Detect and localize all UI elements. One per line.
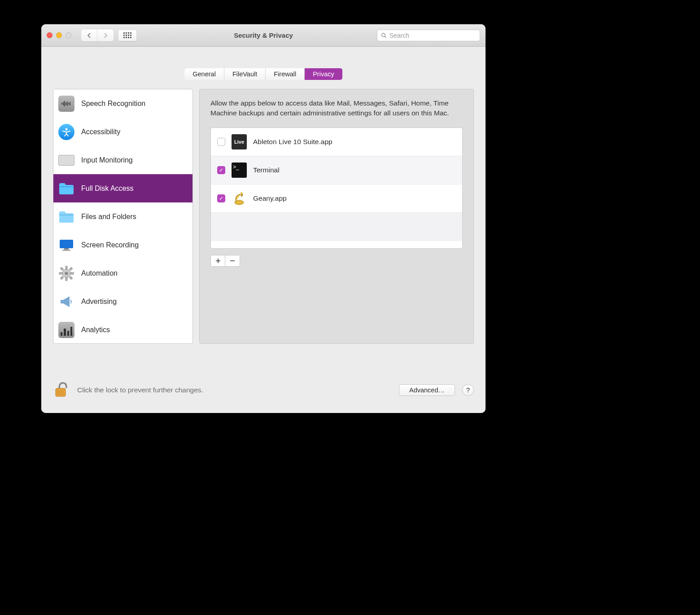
svg-rect-12 <box>60 240 73 248</box>
sidebar-item-screen-recording[interactable]: Screen Recording <box>53 231 192 259</box>
sidebar-item-input-monitoring[interactable]: Input Monitoring <box>53 146 192 174</box>
add-button[interactable] <box>211 255 225 266</box>
svg-rect-22 <box>60 276 63 279</box>
svg-line-1 <box>385 36 386 38</box>
sidebar-item-advertising[interactable]: Advertising <box>53 287 192 316</box>
svg-rect-23 <box>69 276 72 279</box>
advanced-button[interactable]: Advanced… <box>399 384 455 396</box>
preferences-window: Security & Privacy General FileVault Fir… <box>41 24 486 413</box>
app-checkbox[interactable] <box>217 138 225 146</box>
svg-rect-10 <box>59 186 74 187</box>
svg-rect-17 <box>66 266 67 269</box>
footer: Click the lock to prevent further change… <box>41 373 486 413</box>
search-input[interactable] <box>389 32 476 39</box>
app-checkbox[interactable]: ✓ <box>217 194 225 202</box>
search-field[interactable] <box>377 30 480 41</box>
description-text: Allow the apps below to access data like… <box>210 98 463 119</box>
app-name-label: Ableton Live 10 Suite.app <box>253 138 332 146</box>
privacy-sidebar[interactable]: Speech Recognition Accessibility Input M… <box>53 89 193 344</box>
nav-segmented <box>81 30 114 41</box>
search-icon <box>381 32 387 39</box>
app-list[interactable]: Live Ableton Live 10 Suite.app ✓ >_ Term… <box>210 127 463 249</box>
help-button[interactable]: ? <box>462 384 474 396</box>
show-all-button[interactable] <box>118 30 137 41</box>
waveform-icon <box>58 95 75 112</box>
app-row[interactable]: Live Ableton Live 10 Suite.app <box>211 128 462 156</box>
sidebar-item-analytics[interactable]: Analytics <box>53 316 192 344</box>
lock-text: Click the lock to prevent further change… <box>77 386 392 394</box>
svg-rect-21 <box>69 267 72 270</box>
content-area: General FileVault Firewall Privacy Speec… <box>41 47 486 413</box>
app-row-empty <box>211 213 462 241</box>
sidebar-item-speech-recognition[interactable]: Speech Recognition <box>53 89 192 118</box>
sidebar-item-accessibility[interactable]: Accessibility <box>53 118 192 146</box>
sidebar-item-full-disk-access[interactable]: Full Disk Access <box>53 174 192 202</box>
app-checkbox[interactable]: ✓ <box>217 166 225 174</box>
tab-privacy[interactable]: Privacy <box>305 68 342 80</box>
minus-icon <box>230 258 235 264</box>
tab-bar: General FileVault Firewall Privacy <box>41 68 486 80</box>
sidebar-item-label: Advertising <box>81 298 117 306</box>
plus-icon <box>215 258 221 264</box>
tab-segmented: General FileVault Firewall Privacy <box>184 68 342 80</box>
sidebar-item-label: Files and Folders <box>81 213 136 221</box>
app-name-label: Geany.app <box>253 194 287 202</box>
chevron-left-icon <box>87 33 92 38</box>
lock-icon[interactable] <box>53 380 70 400</box>
sidebar-item-label: Full Disk Access <box>81 184 133 193</box>
terminal-icon: >_ <box>232 163 247 178</box>
sidebar-item-label: Input Monitoring <box>81 156 133 164</box>
tab-general[interactable]: General <box>184 68 224 80</box>
window-controls <box>47 32 71 38</box>
detail-pane: Allow the apps below to access data like… <box>199 89 474 373</box>
svg-point-26 <box>241 192 242 194</box>
svg-point-0 <box>382 33 385 37</box>
gear-icon <box>58 265 75 282</box>
geany-icon <box>232 191 247 206</box>
svg-rect-24 <box>60 267 63 270</box>
sidebar-item-label: Screen Recording <box>81 241 139 249</box>
svg-rect-14 <box>62 250 70 251</box>
ableton-live-icon: Live <box>232 134 247 149</box>
bar-chart-icon <box>58 321 75 338</box>
sidebar-item-automation[interactable]: Automation <box>53 259 192 287</box>
minimize-button[interactable] <box>56 32 62 38</box>
sidebar-item-label: Analytics <box>81 326 110 334</box>
sidebar-item-label: Speech Recognition <box>81 100 145 108</box>
add-remove-control <box>210 255 240 267</box>
app-name-label: Terminal <box>253 166 280 174</box>
zoom-button[interactable] <box>66 32 71 38</box>
sidebar-item-label: Automation <box>81 269 118 277</box>
toolbar <box>81 30 137 41</box>
forward-button[interactable] <box>97 30 114 41</box>
keyboard-icon <box>58 152 75 169</box>
app-row[interactable]: ✓ >_ Terminal <box>211 156 462 184</box>
svg-rect-13 <box>64 248 69 250</box>
sidebar-item-files-and-folders[interactable]: Files and Folders <box>53 202 192 231</box>
close-button[interactable] <box>47 32 52 38</box>
svg-rect-30 <box>56 388 66 396</box>
remove-button[interactable] <box>225 255 240 266</box>
svg-rect-19 <box>59 272 62 274</box>
titlebar: Security & Privacy <box>41 24 486 47</box>
display-icon <box>58 237 75 254</box>
svg-point-16 <box>65 272 68 275</box>
svg-rect-11 <box>59 215 74 215</box>
window-title: Security & Privacy <box>234 31 293 39</box>
panel: Speech Recognition Accessibility Input M… <box>53 89 474 373</box>
accessibility-icon <box>58 123 75 141</box>
tab-firewall[interactable]: Firewall <box>266 68 305 80</box>
back-button[interactable] <box>81 30 97 41</box>
svg-rect-20 <box>71 272 74 274</box>
folder-icon <box>58 180 75 197</box>
svg-point-9 <box>66 128 68 130</box>
megaphone-icon <box>58 293 75 310</box>
folder-icon <box>58 208 75 225</box>
detail-box: Allow the apps below to access data like… <box>199 89 474 344</box>
svg-rect-18 <box>66 278 67 281</box>
chevron-right-icon <box>103 33 108 38</box>
app-row[interactable]: ✓ Geany.app <box>211 184 462 213</box>
sidebar-item-label: Accessibility <box>81 128 120 136</box>
tab-filevault[interactable]: FileVault <box>224 68 266 80</box>
grid-icon <box>123 32 131 38</box>
